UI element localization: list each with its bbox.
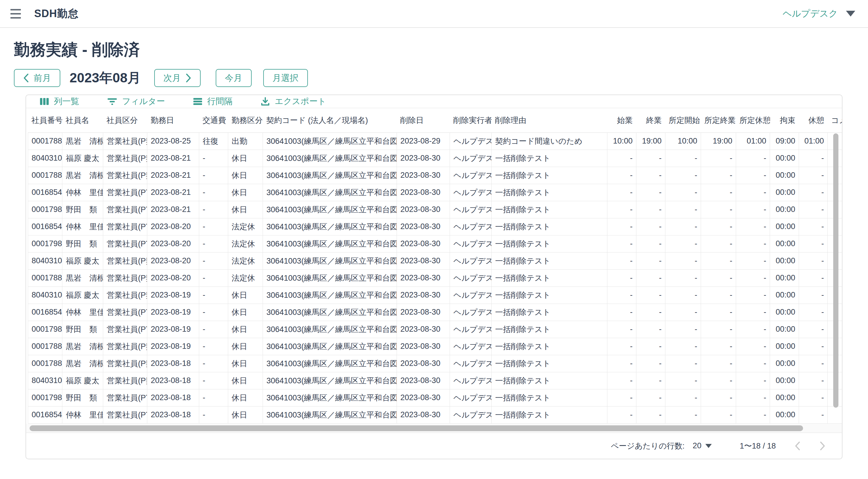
table-cell: - [736, 252, 770, 269]
columns-button[interactable]: 列一覧 [39, 96, 79, 107]
table-cell: 2023-08-29 [397, 132, 450, 150]
horizontal-scrollbar[interactable] [26, 424, 842, 432]
prev-month-button[interactable]: 前月 [14, 69, 60, 87]
table-row[interactable]: 0001798野田 類営業社員(PT)2023-08-18-休日30641003… [28, 389, 842, 406]
vertical-scrollbar[interactable] [833, 133, 838, 479]
table-row[interactable]: 0001788黒岩 清根営業社員(P契約)2023-08-19-休日306410… [28, 338, 842, 355]
vertical-scrollbar-thumb[interactable] [833, 133, 838, 408]
table-cell: 休日 [228, 150, 263, 167]
column-header-4[interactable]: 交通費 [199, 108, 228, 132]
table-cell: - [736, 338, 770, 355]
this-month-button[interactable]: 今月 [216, 69, 252, 87]
table-cell: 2023-08-30 [397, 184, 450, 201]
table-cell: 法定休 [228, 218, 263, 235]
user-menu-button[interactable]: ヘルプデスク [783, 7, 855, 20]
table-cell: 2023-08-30 [397, 338, 450, 355]
table-cell: - [799, 355, 828, 372]
column-header-11[interactable]: 終業 [637, 108, 665, 132]
table-cell: - [736, 184, 770, 201]
rows-per-page-select[interactable]: 20 [692, 441, 712, 450]
table-row[interactable]: 8040310福原 慶太営業社員(P契約)2023-08-20-法定休30641… [28, 252, 842, 269]
table-cell: - [665, 235, 701, 252]
export-button-label: エクスポート [275, 96, 326, 107]
column-header-3[interactable]: 勤務日 [147, 108, 199, 132]
column-header-7[interactable]: 削除日 [397, 108, 450, 132]
table-row[interactable]: 0001798野田 類営業社員(PT)2023-08-21-休日30641003… [28, 201, 842, 218]
table-cell: 2023-08-18 [147, 355, 199, 372]
table-cell: 2023-08-30 [397, 269, 450, 287]
table-cell: 一括削除テスト [492, 184, 608, 201]
row-density-button[interactable]: 行間隔 [193, 96, 232, 107]
chevron-left-icon [794, 441, 801, 451]
filter-button[interactable]: フィルター [107, 96, 165, 107]
table-row[interactable]: 0001788黒岩 清根営業社員(P契約)2023-08-20-法定休30641… [28, 269, 842, 287]
table-cell: - [701, 304, 736, 321]
table-cell: - [799, 372, 828, 389]
table-row[interactable]: 8040310福原 慶太営業社員(P契約)2023-08-18-休日306410… [28, 372, 842, 389]
table-row[interactable]: 0016854仲林 里佳営業社員(PT)2023-08-20-法定休306410… [28, 218, 842, 235]
column-header-0[interactable]: 社員番号 [28, 108, 62, 132]
column-header-9[interactable]: 削除理由 [492, 108, 608, 132]
table-row[interactable]: 0001788黒岩 清根営業社員(P契約)2023-08-18-休日306410… [28, 355, 842, 372]
table-cell: - [608, 269, 637, 287]
column-header-5[interactable]: 勤務区分 [228, 108, 263, 132]
next-month-button[interactable]: 次月 [154, 69, 200, 87]
table-cell: - [701, 372, 736, 389]
export-button[interactable]: エクスポート [260, 96, 326, 107]
table-cell: 30641003(練馬区／練馬区立平和台図書館) [263, 321, 397, 338]
column-header-13[interactable]: 所定終業 [701, 108, 736, 132]
table-cell: ヘルプデスク [450, 269, 492, 287]
table-cell: 30641003(練馬区／練馬区立平和台図書館) [263, 184, 397, 201]
table-cell: - [199, 355, 228, 372]
table-cell: - [608, 304, 637, 321]
table-cell: - [608, 287, 637, 304]
table-row[interactable]: 8040310福原 慶太営業社員(P契約)2023-08-21-休日306410… [28, 150, 842, 167]
column-header-17[interactable]: コメント [828, 108, 842, 132]
column-header-1[interactable]: 社員名 [62, 108, 103, 132]
table-row[interactable]: 0001788黒岩 清根営業社員(P契約)2023-08-21-休日306410… [28, 167, 842, 184]
column-header-8[interactable]: 削除実行者 [450, 108, 492, 132]
menu-icon[interactable] [7, 5, 24, 22]
table-cell: - [799, 287, 828, 304]
table-cell: - [608, 338, 637, 355]
chevron-down-icon [846, 11, 855, 17]
table-cell: ヘルプデスク [450, 355, 492, 372]
table-cell: 2023-08-21 [147, 201, 199, 218]
grid-toolbar: 列一覧 フィルター 行間隔 [26, 95, 842, 108]
table-cell: - [736, 389, 770, 406]
column-header-16[interactable]: 休憩 [799, 108, 828, 132]
table-cell: - [608, 321, 637, 338]
table-cell: 一括削除テスト [492, 167, 608, 184]
table-cell: 黒岩 清根 [62, 355, 103, 372]
next-page-button[interactable] [819, 441, 826, 451]
export-download-icon [260, 96, 270, 107]
month-select-button[interactable]: 月選択 [263, 69, 308, 87]
table-cell: - [799, 252, 828, 269]
table-cell: 0001788 [28, 167, 62, 184]
column-header-10[interactable]: 始業 [608, 108, 637, 132]
table-cell: 一括削除テスト [492, 287, 608, 304]
table-cell: 00:00 [770, 269, 799, 287]
table-row[interactable]: 0001798野田 類営業社員(PT)2023-08-19-休日30641003… [28, 321, 842, 338]
table-cell: - [637, 167, 665, 184]
table-row[interactable]: 0001798野田 類営業社員(PT)2023-08-20-法定休3064100… [28, 235, 842, 252]
column-header-2[interactable]: 社員区分 [103, 108, 147, 132]
column-header-15[interactable]: 拘束 [770, 108, 799, 132]
table-cell: ヘルプデスク [450, 406, 492, 423]
table-row[interactable]: 0016854仲林 里佳営業社員(PT)2023-08-19-休日3064100… [28, 304, 842, 321]
table-row[interactable]: 0001788黒岩 清根営業社員(P契約)2023-08-25往復出勤30641… [28, 132, 842, 150]
horizontal-scrollbar-thumb[interactable] [30, 425, 803, 431]
table-row[interactable]: 0016854仲林 里佳営業社員(PT)2023-08-21-休日3064100… [28, 184, 842, 201]
table-cell: 0001788 [28, 132, 62, 150]
table-row[interactable]: 8040310福原 慶太営業社員(P契約)2023-08-19-休日306410… [28, 287, 842, 304]
prev-page-button[interactable] [794, 441, 801, 451]
table-cell: 00:00 [770, 252, 799, 269]
column-header-14[interactable]: 所定休憩 [736, 108, 770, 132]
table-cell: - [701, 287, 736, 304]
table-cell: - [736, 355, 770, 372]
table-cell: 2023-08-30 [397, 389, 450, 406]
column-header-6[interactable]: 契約コード (法人名／現場名) [263, 108, 397, 132]
table-cell: 2023-08-20 [147, 252, 199, 269]
column-header-12[interactable]: 所定開始 [665, 108, 701, 132]
table-row[interactable]: 0016854仲林 里佳営業社員(PT)2023-08-18-休日3064100… [28, 406, 842, 423]
